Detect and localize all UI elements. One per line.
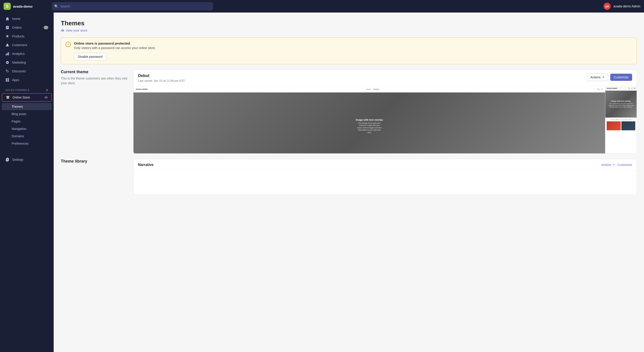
preview-desktop: AVADA-DEMO Home Catalog 🔍 🛒 Image <box>134 86 605 153</box>
theme-library-card: Narrative Actions Customize <box>133 159 637 195</box>
preview-mobile-product-1 <box>607 121 621 130</box>
actions-button[interactable]: Actions <box>587 73 608 81</box>
current-theme-desc: This is the theme customers see when the… <box>61 76 128 86</box>
apps-icon <box>5 78 10 82</box>
svg-rect-5 <box>6 54 7 55</box>
current-theme-info: Current theme This is the theme customer… <box>61 70 128 154</box>
sidebar-item-apps[interactable]: Apps <box>2 76 52 84</box>
svg-point-4 <box>6 44 8 45</box>
theme-card-actions: Actions Customize <box>587 73 632 81</box>
narrative-header: Narrative Actions Customize <box>134 159 636 171</box>
alert-content: Online store is password protected Only … <box>74 41 156 60</box>
preview-products-mobile <box>605 121 636 130</box>
sidebar-item-discounts[interactable]: Discounts <box>2 67 52 75</box>
theme-preview: AVADA-DEMO Home Catalog 🔍 🛒 Image <box>134 86 636 153</box>
view-store-link[interactable]: View your store <box>61 29 637 32</box>
page-title: Themes <box>61 20 637 27</box>
theme-saved: Last saved: Jan 15 at 11:08 pm EST <box>138 79 185 82</box>
store-logo[interactable]: S avada-demo <box>4 3 48 10</box>
svg-rect-9 <box>8 78 9 80</box>
svg-rect-7 <box>8 52 9 55</box>
avatar[interactable]: aA <box>604 3 611 10</box>
preview-mobile-product-2 <box>622 121 636 130</box>
narrative-name: Narrative <box>138 163 154 167</box>
sidebar-sub-item-domains[interactable]: Domains <box>2 132 52 140</box>
main-content: Themes View your store ! Online store is… <box>54 13 644 352</box>
disable-password-button[interactable]: Disable password <box>74 53 106 60</box>
customize-button[interactable]: Customize <box>610 74 632 81</box>
topbar-right: aA avada-demo Admin <box>604 3 640 10</box>
search-icon: 🔍 <box>54 4 58 9</box>
discounts-icon <box>5 69 10 73</box>
chevron-down-icon <box>602 76 605 79</box>
marketing-icon <box>5 60 10 65</box>
sidebar-item-online-store[interactable]: Online Store <box>2 93 52 102</box>
alert-banner: ! Online store is password protected Onl… <box>61 38 637 64</box>
customers-icon <box>5 43 10 47</box>
online-store-icon <box>6 95 10 99</box>
sidebar-sub-item-blog-posts[interactable]: Blog posts <box>2 110 52 118</box>
alert-description: Only visitors with a password can access… <box>74 46 156 50</box>
sidebar-item-home[interactable]: Home <box>2 15 52 23</box>
analytics-icon <box>5 52 10 56</box>
sales-channels-label: SALES CHANNELS + <box>0 84 54 93</box>
narrative-actions-button[interactable]: Actions <box>601 163 615 166</box>
topbar: S avada-demo 🔍 aA avada-demo Admin <box>0 0 644 13</box>
narrative-customize-button[interactable]: Customize <box>618 163 632 166</box>
store-name: avada-demo <box>13 5 33 8</box>
theme-card-header: Debut Last saved: Jan 15 at 11:08 pm EST… <box>134 70 636 86</box>
home-icon <box>5 17 10 21</box>
search-bar[interactable]: 🔍 <box>52 2 213 10</box>
theme-library-info: Theme library <box>61 159 128 195</box>
preview-hero-mobile: Image with text overlay Use overlay text… <box>605 91 636 118</box>
sidebar-item-orders[interactable]: Orders 1 <box>2 23 52 32</box>
sidebar-sub-item-pages[interactable]: Pages <box>2 118 52 125</box>
sidebar-item-customers[interactable]: Customers <box>2 41 52 49</box>
search-input[interactable] <box>52 2 213 10</box>
alert-icon: ! <box>66 42 71 47</box>
theme-card: Debut Last saved: Jan 15 at 11:08 pm EST… <box>133 70 637 154</box>
sidebar: Home Orders 1 Products Customers Analyti… <box>0 13 54 352</box>
current-theme-section: Current theme This is the theme customer… <box>61 70 637 154</box>
current-theme-label: Current theme <box>61 70 128 74</box>
main-layout: Home Orders 1 Products Customers Analyti… <box>0 13 644 352</box>
preview-mobile: AVADA-DEMO 🔍 🛒 ☰ Image with text overlay… <box>605 86 636 153</box>
sidebar-item-settings[interactable]: Settings <box>2 155 52 164</box>
admin-name: avada-demo Admin <box>613 5 640 8</box>
products-icon <box>5 34 10 38</box>
theme-library-label: Theme library <box>61 159 128 164</box>
settings-icon <box>5 158 10 162</box>
eye-view-icon <box>61 29 64 32</box>
preview-desktop-nav: AVADA-DEMO Home Catalog 🔍 🛒 <box>134 86 605 92</box>
preview-desktop-nav-links: Home Catalog <box>366 88 379 90</box>
chevron-down-icon-2 <box>612 163 615 166</box>
sidebar-sub-nav: Themes Blog posts Pages Navigation Domai… <box>0 102 54 148</box>
alert-title: Online store is password protected <box>74 41 156 45</box>
svg-rect-10 <box>6 80 7 82</box>
svg-rect-11 <box>8 80 9 82</box>
theme-name: Debut <box>138 73 185 78</box>
eye-icon <box>44 96 48 99</box>
svg-rect-8 <box>6 78 7 80</box>
preview-hero-desktop: Image with text overlay Use overlay text… <box>134 92 605 153</box>
orders-icon <box>5 26 10 30</box>
preview-mobile-nav: AVADA-DEMO 🔍 🛒 ☰ <box>605 86 636 91</box>
shopify-icon: S <box>4 3 11 10</box>
sidebar-sub-item-preferences[interactable]: Preferences <box>2 140 52 147</box>
add-sales-channel-button[interactable]: + <box>46 88 48 92</box>
narrative-actions: Actions Customize <box>601 163 632 166</box>
sidebar-item-marketing[interactable]: Marketing <box>2 58 52 67</box>
sidebar-sub-item-navigation[interactable]: Navigation <box>2 125 52 132</box>
preview-desktop-nav-icons: 🔍 🛒 <box>598 88 603 90</box>
sidebar-sub-item-themes[interactable]: Themes <box>2 103 52 110</box>
theme-library-section: Theme library Narrative Actions Customiz… <box>61 159 637 195</box>
sidebar-item-products[interactable]: Products <box>2 32 52 41</box>
svg-rect-6 <box>7 53 8 55</box>
sidebar-item-analytics[interactable]: Analytics <box>2 50 52 58</box>
orders-badge: 1 <box>44 26 48 29</box>
